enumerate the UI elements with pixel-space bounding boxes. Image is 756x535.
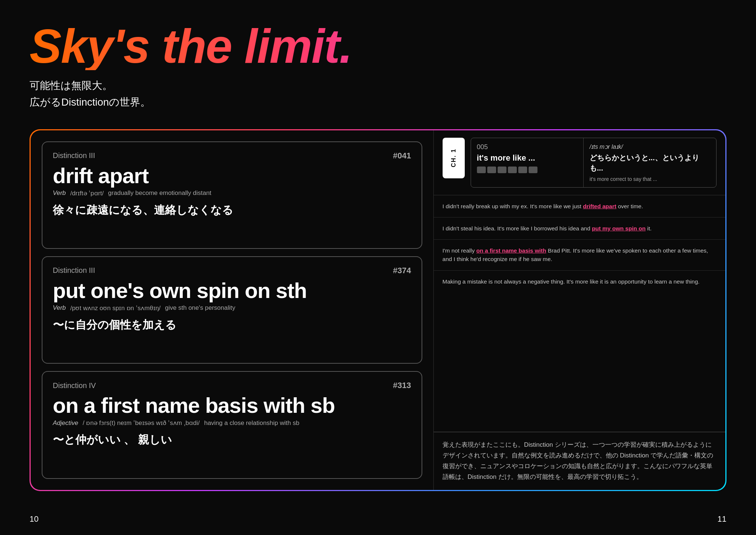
card-1-number: #041: [393, 151, 411, 161]
page-left: 10: [30, 514, 38, 524]
dot-1: [477, 167, 486, 173]
right-panel: CH. 1 005 it's more like ...: [434, 130, 725, 490]
example-4: Making a mistake is not always a negativ…: [434, 271, 725, 292]
flashcard-area: CH. 1 005 it's more like ...: [434, 130, 725, 195]
vocab-card-3: Distinction IV #313 on a first name basi…: [42, 371, 422, 479]
card-3-distinction: Distinction IV: [53, 381, 96, 390]
ex1-highlight: drifted apart: [583, 203, 616, 209]
card-1-def-en: gradually become emotionally distant: [108, 189, 212, 197]
page-right: 11: [718, 514, 726, 524]
card-3-phonetics: Adjective / ɒnə fɜrs(t) neɪm ˈbeɪsəs wɪð…: [53, 419, 411, 427]
dot-3: [498, 167, 506, 173]
card-1-phonetic: /drɪftə ˈpɑrt/: [70, 189, 104, 197]
vocab-card-1: Distinction III #041 drift apart Verb /d…: [42, 141, 422, 249]
dot-5: [518, 167, 527, 173]
flashcard-left: 005 it's more like ...: [471, 138, 584, 187]
card-2-header: Distinction III #374: [53, 266, 411, 275]
ex2-after: it.: [646, 225, 652, 232]
bottom-text-area: 覚えた表現がまたここにも。Distinction シリーズは、一つ一つの学習が確…: [434, 432, 725, 490]
ch-badge: CH. 1: [443, 138, 465, 178]
dot-6: [529, 167, 537, 173]
ex2-highlight: put my own spin on: [592, 225, 646, 232]
ex3-before: I'm not really: [443, 247, 477, 254]
card-2-phonetics: Verb /pʊt wʌnz oʊn spɪn ɒn ˈsʌmθɪŋ/ give…: [53, 304, 411, 312]
example-1: I didn't really break up with my ex. It'…: [434, 195, 725, 217]
page-container: Sky's the limit. 可能性は無限大。 広がるDistinction…: [0, 0, 756, 535]
card-3-pos: Adjective: [53, 419, 78, 427]
outer-border-inner: Distinction III #041 drift apart Verb /d…: [31, 130, 725, 490]
ex4-text: Making a mistake is not always a negativ…: [443, 278, 700, 285]
card-1-word: drift apart: [53, 165, 411, 186]
card-3-def-en: having a close relationship with sb: [204, 419, 299, 427]
card-3-meaning-ja: 〜と仲がいい 、 親しい: [53, 432, 411, 447]
card-2-pos: Verb: [53, 304, 66, 312]
card-2-phonetic: /pʊt wʌnz oʊn spɪn ɒn ˈsʌmθɪŋ/: [70, 304, 161, 312]
flashcard-phrase: it's more like ...: [477, 153, 577, 163]
flashcard-content: 005 it's more like ...: [471, 138, 717, 188]
example-2: I didn't steal his idea. It's more like …: [434, 217, 725, 240]
example-3: I'm not really on a first name basis wit…: [434, 240, 725, 271]
main-title: Sky's the limit.: [30, 22, 726, 70]
flashcard-sub: it's more correct to say that ...: [590, 176, 710, 182]
subtitle-line2: 広がるDistinctionの世界。: [30, 94, 726, 111]
ex2-before: I didn't steal his idea. It's more like …: [443, 225, 592, 232]
flashcard-num: 005: [477, 143, 577, 151]
outer-border: Distinction III #041 drift apart Verb /d…: [30, 129, 726, 491]
left-panel: Distinction III #041 drift apart Verb /d…: [31, 130, 434, 490]
card-1-pos: Verb: [53, 189, 66, 197]
card-2-meaning-ja: 〜に自分の個性を加える: [53, 317, 411, 333]
card-2-def-en: give sth one's personality: [165, 304, 235, 312]
vocab-card-2: Distinction III #374 put one's own spin …: [42, 256, 422, 364]
card-2-number: #374: [393, 266, 411, 275]
dot-2: [487, 167, 496, 173]
card-1-phonetics: Verb /drɪftə ˈpɑrt/ gradually become emo…: [53, 189, 411, 197]
card-3-word: on a first name basis with sb: [53, 395, 411, 416]
flashcard-japanese: どちらかというと...、というよりも...: [590, 152, 710, 173]
flashcard-right: /ɪts mɔr laɪk/ どちらかというと...、というよりも... it'…: [584, 138, 716, 187]
card-3-header: Distinction IV #313: [53, 381, 411, 390]
examples-section: I didn't really break up with my ex. It'…: [434, 195, 725, 432]
ex3-highlight: on a first name basis with: [476, 247, 546, 254]
card-3-number: #313: [393, 381, 411, 390]
subtitle: 可能性は無限大。 広がるDistinctionの世界。: [30, 78, 726, 111]
card-3-phonetic: / ɒnə fɜrs(t) neɪm ˈbeɪsəs wɪð ˈsʌm ˌbɑd…: [83, 419, 200, 427]
content-area: Distinction III #041 drift apart Verb /d…: [30, 129, 726, 491]
right-bottom-section: I didn't really break up with my ex. It'…: [434, 195, 725, 490]
card-1-distinction: Distinction III: [53, 151, 95, 160]
ex1-before: I didn't really break up with my ex. It'…: [443, 203, 583, 209]
subtitle-line1: 可能性は無限大。: [30, 78, 726, 94]
flashcard-phonetic: /ɪts mɔr laɪk/: [590, 143, 710, 150]
page-numbers: 10 11: [30, 514, 726, 524]
bottom-text: 覚えた表現がまたここにも。Distinction シリーズは、一つ一つの学習が確…: [443, 441, 714, 480]
card-2-word: put one's own spin on sth: [53, 280, 411, 301]
card-1-meaning-ja: 徐々に疎遠になる、連絡しなくなる: [53, 202, 411, 218]
card-2-distinction: Distinction III: [53, 266, 95, 275]
card-1-header: Distinction III #041: [53, 151, 411, 161]
dot-4: [508, 167, 517, 173]
ex1-after: over time.: [616, 203, 643, 209]
flashcard-dots: [477, 167, 577, 173]
